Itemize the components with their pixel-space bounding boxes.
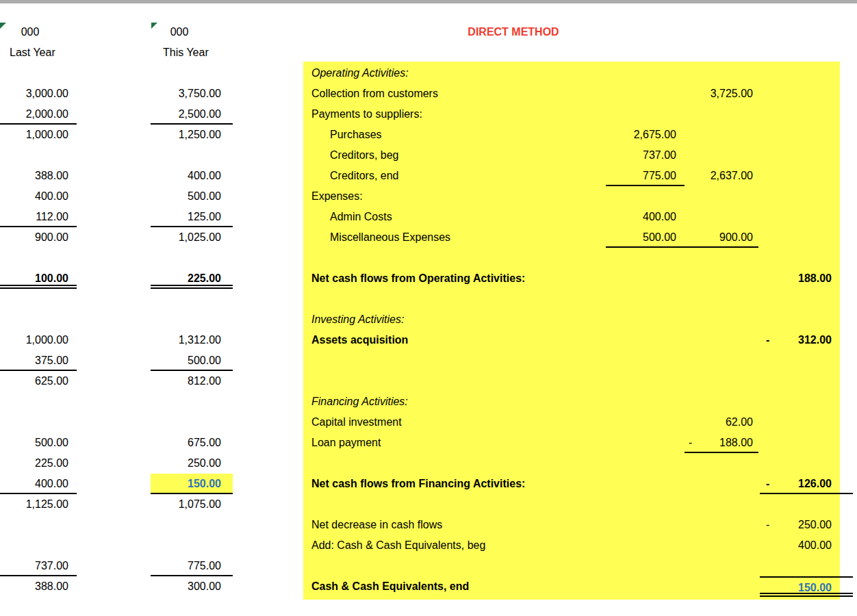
minus-sign: -	[766, 330, 769, 350]
table-row: 1,125.00 1,075.00	[0, 494, 857, 515]
cell-amount-1[interactable]: 400.00	[606, 207, 685, 227]
cell-last-year[interactable]: 112.00	[0, 207, 77, 227]
minus-sign: -	[689, 433, 692, 452]
cell-this-year[interactable]: 300.00	[151, 576, 233, 597]
cell-this-year[interactable]: 3,750.00	[151, 84, 233, 104]
cell-this-year[interactable]: 1,075.00	[151, 494, 233, 515]
cell-this-year[interactable]: 812.00	[151, 371, 233, 392]
row-label[interactable]: Admin Costs	[330, 207, 392, 227]
row-label[interactable]: Net decrease in cash flows	[311, 515, 442, 535]
row-label[interactable]: Purchases	[330, 125, 382, 145]
cell-this-year[interactable]: 400.00	[151, 166, 233, 186]
table-row: 900.00 1,025.00 Miscellaneous Expenses 5…	[0, 227, 857, 248]
cell-last-year[interactable]: 1,125.00	[0, 494, 77, 515]
row-label[interactable]: Miscellaneous Expenses	[330, 227, 450, 248]
cell-amount-2[interactable]: 3,725.00	[685, 84, 758, 104]
amount-value: 188.00	[719, 433, 753, 452]
row-label[interactable]: Assets acquisition	[311, 330, 408, 350]
cell-last-year[interactable]: 2,000.00	[0, 104, 77, 125]
cell-last-year[interactable]: 900.00	[0, 227, 77, 248]
cell-this-year[interactable]: 1,025.00	[151, 227, 233, 248]
section-label-operating[interactable]: Operating Activities:	[311, 63, 409, 84]
cell-last-year[interactable]: 3,000.00	[0, 84, 77, 104]
cell-last-year[interactable]: 400.00	[0, 186, 77, 207]
row-label[interactable]: Creditors, end	[330, 166, 399, 186]
cell-amount-3[interactable]: 188.00	[760, 268, 853, 289]
cell-last-year[interactable]: 225.00	[0, 453, 77, 474]
cell-amount-3[interactable]: - 312.00	[760, 330, 853, 350]
row-label[interactable]: Add: Cash & Cash Equivalents, beg	[311, 535, 485, 556]
cell-amount-3[interactable]: - 250.00	[760, 515, 853, 535]
cell-amount-2[interactable]: 2,637.00	[685, 166, 758, 186]
cell-amount-3[interactable]: 400.00	[760, 535, 853, 556]
cell-this-year[interactable]: 500.00	[151, 350, 233, 371]
cell-last-year[interactable]: 500.00	[0, 433, 77, 453]
cell-amount-1[interactable]: 737.00	[606, 145, 685, 166]
cell-last-year[interactable]: 388.00	[0, 576, 77, 597]
cell-last-year[interactable]: 400.00	[0, 474, 77, 494]
row-label[interactable]: Collection from customers	[311, 84, 438, 104]
minus-sign: -	[766, 474, 769, 493]
total-label-cash-end[interactable]: Cash & Cash Equivalents, end	[311, 576, 469, 597]
table-row: Financing Activities:	[0, 392, 857, 412]
table-row: 2,000.00 2,500.00 Payments to suppliers:	[0, 104, 857, 125]
cell-amount-1[interactable]: 775.00	[606, 166, 685, 186]
table-row: 112.00 125.00 Admin Costs 400.00	[0, 207, 857, 227]
cell-last-year-header[interactable]: Last Year	[0, 42, 77, 63]
row-label[interactable]: Creditors, beg	[330, 145, 399, 166]
highlight-cell-this-year-150[interactable]: 150.00	[151, 474, 233, 494]
table-row: 737.00 775.00	[0, 556, 857, 576]
cell-last-year[interactable]: 1,000.00	[0, 330, 77, 350]
cell-amount-2[interactable]: 900.00	[685, 227, 758, 248]
cell-this-year[interactable]: 1,312.00	[151, 330, 233, 350]
cell-last-year[interactable]: 375.00	[0, 350, 77, 371]
table-row: Add: Cash & Cash Equivalents, beg 400.00	[0, 535, 857, 556]
table-row: 388.00 300.00 Cash & Cash Equivalents, e…	[0, 576, 857, 597]
cell-this-year[interactable]: 1,250.00	[151, 125, 233, 145]
cell-last-year[interactable]: 737.00	[0, 556, 77, 576]
row-label[interactable]: Loan payment	[311, 433, 381, 453]
table-row: 625.00 812.00	[0, 371, 857, 392]
table-row: 1,000.00 1,250.00 Purchases 2,675.00	[0, 125, 857, 145]
cell-amount-3[interactable]: - 126.00	[760, 474, 853, 494]
cell-this-year[interactable]: 500.00	[151, 186, 233, 207]
cell-this-year[interactable]: 675.00	[151, 433, 233, 453]
cell-last-year[interactable]: 1,000.00	[0, 125, 77, 145]
cell-amount-2[interactable]: 62.00	[685, 412, 758, 433]
cell-amount-1[interactable]: 2,675.00	[606, 125, 685, 145]
row-label[interactable]: Capital investment	[311, 412, 402, 433]
table-row: 100.00 225.00 Net cash flows from Operat…	[0, 268, 857, 289]
cell-this-year[interactable]: 250.00	[151, 453, 233, 474]
amount-value: 250.00	[798, 515, 832, 535]
cash-end-value[interactable]: 150.00	[760, 576, 853, 597]
window-top-edge	[0, 0, 857, 3]
section-label-financing[interactable]: Financing Activities:	[311, 392, 408, 412]
table-row: 388.00 400.00 Creditors, end 775.00 2,63…	[0, 166, 857, 186]
table-row: Capital investment 62.00	[0, 412, 857, 433]
row-label[interactable]: Payments to suppliers:	[311, 104, 422, 125]
cell-last-year[interactable]: 100.00	[0, 268, 77, 289]
total-label-financing[interactable]: Net cash flows from Financing Activities…	[311, 474, 525, 494]
table-row: 3,000.00 3,750.00 Collection from custom…	[0, 84, 857, 104]
minus-sign: -	[766, 515, 769, 535]
cell-this-year-header[interactable]: This Year	[151, 42, 233, 63]
cell-amount-2[interactable]: - 188.00	[685, 433, 758, 453]
cell-this-year-unit[interactable]: 000	[151, 22, 233, 42]
cell-last-year-unit[interactable]: 000	[0, 22, 77, 42]
section-label-investing[interactable]: Investing Activities:	[311, 309, 404, 330]
table-row: Operating Activities:	[0, 63, 857, 84]
cell-this-year[interactable]: 775.00	[151, 556, 233, 576]
cell-last-year[interactable]: 388.00	[0, 166, 77, 186]
cell-last-year[interactable]: 625.00	[0, 371, 77, 392]
total-label-operating[interactable]: Net cash flows from Operating Activities…	[311, 268, 525, 289]
row-label[interactable]: Expenses:	[311, 186, 363, 207]
cell-this-year[interactable]: 225.00	[151, 268, 233, 289]
cell-amount-1[interactable]: 500.00	[606, 227, 685, 248]
direct-method-title[interactable]: DIRECT METHOD	[311, 22, 715, 42]
cell-this-year[interactable]: 2,500.00	[151, 104, 233, 125]
cell-this-year[interactable]: 125.00	[151, 207, 233, 227]
table-row: 225.00 250.00	[0, 453, 857, 474]
table-row: 000 000 DIRECT METHOD	[0, 22, 857, 42]
table-row: 1,000.00 1,312.00 Assets acquisition - 3…	[0, 330, 857, 350]
table-row: Net decrease in cash flows - 250.00	[0, 515, 857, 535]
